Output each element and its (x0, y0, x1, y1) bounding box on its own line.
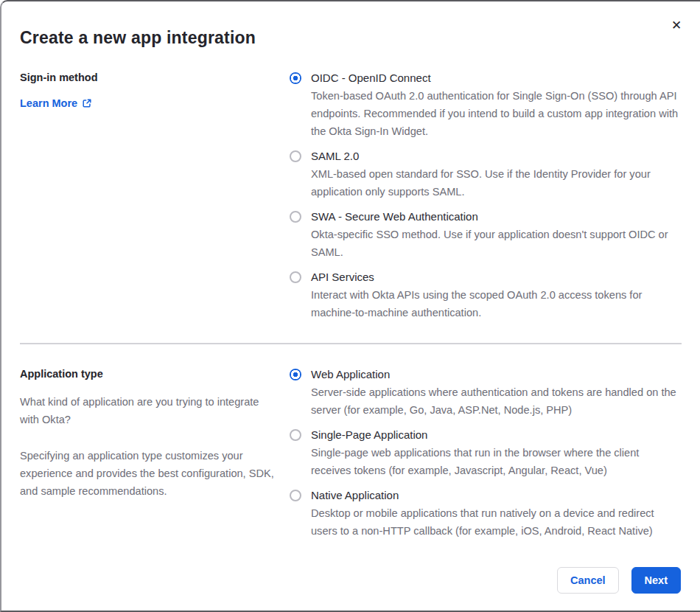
option-api-services-label: API Services (311, 268, 682, 286)
close-icon[interactable]: ✕ (668, 16, 685, 34)
option-api-services[interactable]: API Services Interact with Okta APIs usi… (290, 268, 682, 321)
dialog-footer: Cancel Next (557, 567, 681, 594)
application-type-left-column: Application type What kind of applicatio… (20, 366, 290, 540)
create-app-integration-dialog: Create a new app integration ✕ Sign-in m… (0, 0, 700, 612)
option-oidc-label: OIDC - OpenID Connect (311, 69, 682, 87)
option-saml-label: SAML 2.0 (311, 147, 682, 165)
option-web-application[interactable]: Web Application Server-side applications… (290, 366, 682, 419)
option-swa-label: SWA - Secure Web Authentication (311, 208, 682, 226)
radio-swa[interactable] (290, 211, 301, 223)
option-single-page-application[interactable]: Single-Page Application Single-page web … (290, 426, 682, 479)
option-oidc-description: Token-based OAuth 2.0 authentication for… (311, 87, 682, 140)
learn-more-link[interactable]: Learn More (20, 97, 92, 109)
application-type-description-1: What kind of application are you trying … (20, 393, 274, 428)
section-divider (20, 343, 682, 344)
learn-more-label: Learn More (20, 97, 77, 109)
option-api-services-description: Interact with Okta APIs using the scoped… (311, 286, 682, 321)
dialog-title: Create a new app integration (20, 28, 679, 48)
radio-native-application[interactable] (290, 490, 301, 501)
sign-in-method-options: OIDC - OpenID Connect Token-based OAuth … (290, 69, 682, 321)
sign-in-method-label: Sign-in method (20, 72, 290, 83)
option-single-page-application-label: Single-Page Application (311, 426, 682, 444)
cancel-button[interactable]: Cancel (557, 567, 619, 594)
option-swa-description: Okta-specific SSO method. Use if your ap… (311, 226, 682, 261)
option-single-page-application-description: Single-page web applications that run in… (311, 444, 682, 479)
option-native-application-label: Native Application (311, 487, 682, 504)
option-saml[interactable]: SAML 2.0 XML-based open standard for SSO… (290, 147, 682, 201)
application-type-options: Web Application Server-side applications… (290, 366, 682, 540)
option-web-application-label: Web Application (311, 366, 682, 383)
application-type-description-2: Specifying an application type customize… (20, 447, 274, 500)
radio-single-page-application[interactable] (290, 429, 301, 441)
next-button[interactable]: Next (631, 567, 681, 594)
radio-web-application-selected[interactable] (290, 369, 301, 380)
radio-saml[interactable] (290, 150, 301, 162)
option-oidc[interactable]: OIDC - OpenID Connect Token-based OAuth … (290, 69, 682, 140)
application-type-label: Application type (20, 368, 290, 380)
option-native-application-description: Desktop or mobile applications that run … (311, 504, 682, 540)
option-saml-description: XML-based open standard for SSO. Use if … (311, 165, 682, 201)
option-web-application-description: Server-side applications where authentic… (311, 383, 682, 419)
option-swa[interactable]: SWA - Secure Web Authentication Okta-spe… (290, 208, 682, 261)
sign-in-method-section: Sign-in method Learn More OIDC - OpenID … (1, 69, 700, 321)
dialog-header: Create a new app integration ✕ (1, 1, 700, 48)
option-native-application[interactable]: Native Application Desktop or mobile app… (290, 487, 682, 540)
radio-oidc-selected[interactable] (290, 72, 301, 84)
sign-in-method-left-column: Sign-in method Learn More (20, 69, 290, 321)
radio-api-services[interactable] (290, 271, 301, 283)
external-link-icon (82, 98, 92, 108)
application-type-section: Application type What kind of applicatio… (1, 366, 700, 540)
